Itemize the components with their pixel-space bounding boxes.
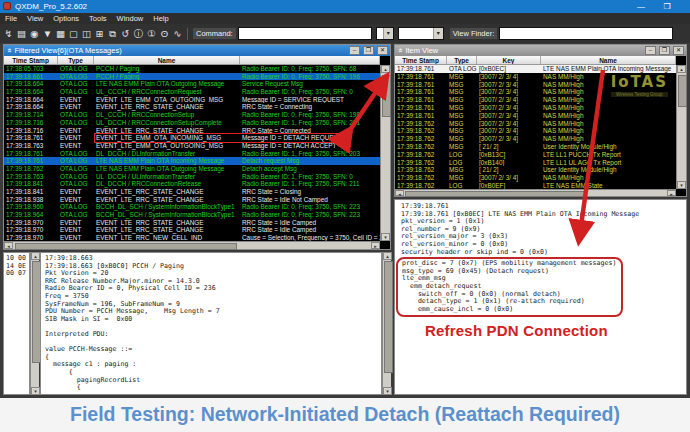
log-row[interactable]: 17:39:18.964OTA LOGBCCH_DL_SCH / SystemI… (4, 211, 380, 219)
log-row[interactable]: 17:39:18.664EVENTEVENT_LTE_EMM_OTA_OUTGO… (4, 96, 380, 104)
menu-item-help[interactable]: Help (153, 13, 168, 24)
log-row[interactable]: 17:39:18.664OTA LOGUL_CCCH / RRCConnecti… (4, 88, 380, 96)
scroll-down-icon[interactable]: ▾ (677, 181, 686, 189)
scroll-up-icon[interactable]: ▴ (677, 65, 686, 73)
menu-item-view[interactable]: View (27, 13, 43, 24)
scroll-thumb[interactable] (405, 191, 587, 197)
scroll-thumb[interactable] (678, 75, 687, 107)
filter-icon[interactable]: ▼ (41, 27, 54, 41)
item-row[interactable]: 17:39:18.762MSG[3007/ 2/ 3/ 4]NAS MM/Hig… (395, 174, 676, 182)
play-icon[interactable]: ◉ (28, 27, 41, 41)
minimize-button[interactable]: — (632, 0, 650, 13)
log-row[interactable]: 17:39:18.664OTA LOGLTE NAS EMM Plain OTA… (4, 80, 380, 88)
log-row[interactable]: 17:39:18.960OTA LOGBCCH_DL_SCH / SystemI… (4, 203, 380, 211)
log-row[interactable]: 17:39:18.761OTA LOGLTE NAS EMM Plain OTA… (4, 157, 380, 165)
column-header[interactable]: Name (94, 56, 240, 64)
connect-icon[interactable]: ↯ (2, 27, 15, 41)
item-view-titlebar[interactable]: «Item View – ❒ ✕ (395, 45, 686, 56)
panel-close-button[interactable]: ✕ (377, 46, 388, 55)
item-row[interactable]: 17:39:18.762LOG[0xB140]LTE LL1 UL AGC Tx… (395, 159, 676, 167)
scroll-down-icon[interactable]: ▾ (383, 387, 392, 395)
save-icon[interactable]: ▦ (54, 27, 67, 41)
scroll-thumb[interactable] (384, 261, 393, 373)
column-header[interactable]: Key (477, 56, 541, 64)
item-row[interactable]: 17:39:18.761MSG[3007/ 2/ 3/ 4]NAS MM/Hig… (395, 112, 676, 120)
filtered-vertical-scrollbar[interactable]: ▴ ▾ (380, 65, 390, 241)
menu-item-file[interactable]: File (5, 13, 17, 24)
panel-minimize-button[interactable]: – (645, 46, 656, 55)
scroll-left-icon[interactable]: ◂ (4, 242, 13, 249)
maximize-button[interactable]: ❒ (658, 0, 676, 13)
item-row[interactable]: 17:39:18.762LOG[0xB13C]LTE LL1 PUCCH Tx … (395, 151, 676, 159)
collapse-icon[interactable]: « (395, 48, 406, 52)
signal-icon[interactable]: ∿ (171, 27, 184, 41)
scroll-thumb[interactable] (382, 75, 391, 117)
item-row[interactable]: 17:39:18.761MSG[3007/ 2/ 3/ 4]NAS MM/Hig… (395, 81, 676, 89)
reset-icon[interactable]: ↺ (119, 27, 132, 41)
scroll-left-icon[interactable]: ◂ (395, 190, 404, 196)
item-row[interactable]: 17:39:18.761MSG[3007/ 2/ 3/ 4]NAS MM/Hig… (395, 73, 676, 81)
log-row[interactable]: 17:39:18.970EVENTEVENT_LTE_RRC_STATE_CHA… (4, 219, 380, 227)
itemview-vertical-scrollbar[interactable]: ▴ ▾ (676, 65, 686, 189)
item-row[interactable]: 17:39:18.762MSG[ 21/ 2]User Identity Mod… (395, 166, 676, 174)
toolbar-combo-2[interactable]: ▾ (398, 27, 444, 40)
column-header[interactable]: Type (58, 56, 94, 64)
item-row[interactable]: 17:39:18.761MSG[3007/ 2/ 3/ 4]NAS MM/Hig… (395, 88, 676, 96)
item-row[interactable]: 17:39:18.762MSG[3007/ 2/ 3/ 4]NAS MM/Hig… (395, 127, 676, 135)
itemview-horizontal-scrollbar[interactable]: ◂ ▸ (395, 189, 676, 196)
filtered-horizontal-scrollbar[interactable]: ◂ ▸ (4, 241, 380, 249)
column-header[interactable] (240, 56, 380, 64)
panel-close-button[interactable]: ✕ (673, 46, 684, 55)
layers-icon[interactable]: ⧉ (106, 27, 119, 41)
filtered-view-titlebar[interactable]: «Filtered View[6](OTA Messages) – ❒ ✕ (4, 45, 390, 56)
view-finder-input[interactable] (499, 27, 673, 40)
log-row[interactable]: 17:39:18.763EVENTEVENT_LTE_EMM_OTA_OUTGO… (4, 142, 380, 150)
scroll-right-icon[interactable]: ▸ (371, 242, 380, 249)
scroll-right-icon[interactable]: ▸ (667, 190, 676, 196)
new-window-icon[interactable]: ▢ (67, 27, 80, 41)
panel-minimize-button[interactable]: – (349, 46, 360, 55)
scroll-thumb[interactable] (15, 243, 237, 250)
item-row[interactable]: 17:39:18.761MSG[3007/ 2/ 3/ 4]NAS MM/Hig… (395, 96, 676, 104)
panel-maximize-button[interactable]: ❒ (363, 46, 374, 55)
menu-item-options[interactable]: Options (53, 13, 79, 24)
item-row[interactable]: 17:39:18.762MSG[ 21/ 2]User Identity Mod… (395, 143, 676, 151)
menu-item-tools[interactable]: Tools (89, 13, 107, 24)
log-row[interactable]: 17:39:18.664EVENTEVENT_LTE_RRC_STATE_CHA… (4, 103, 380, 111)
log-row[interactable]: 17:39:18.661OTA LOGPCCH / PagingRadio Be… (4, 73, 380, 81)
menu-item-window[interactable]: Window (117, 13, 144, 24)
command-input[interactable] (238, 27, 372, 40)
paging-scrollbar[interactable]: ▴ ▾ (382, 252, 391, 395)
log-row[interactable]: 17:39:18.716EVENTEVENT_LTE_RRC_STATE_CHA… (4, 127, 380, 135)
about-icon[interactable]: ① (145, 27, 158, 41)
log-row[interactable]: 17:39:18.938EVENTEVENT_LTE_RRC_STATE_CHA… (4, 196, 380, 204)
scroll-up-icon[interactable]: ▴ (383, 252, 392, 260)
scroll-down-icon[interactable]: ▾ (31, 387, 40, 395)
item-row[interactable]: 17:39:18.762MSG[3007/ 2/ 3/ 4]NAS MM/Hig… (395, 120, 676, 128)
hex-scrollbar[interactable]: ▴ ▾ (30, 252, 39, 395)
item-row[interactable]: 17:39:18.762MSG[3007/ 2/ 3/ 4]NAS MM/Hig… (395, 135, 676, 143)
column-header[interactable]: Name (541, 56, 676, 64)
log-row[interactable]: 17:39:18.761EVENTEVENT_LTE_EMM_OTA_INCOM… (4, 134, 380, 142)
log-row[interactable]: 17:39:18.970EVENTEVENT_LTE_RRC_NEW_CELL_… (4, 234, 380, 241)
column-header[interactable]: Time Stamp (4, 56, 58, 64)
log-row[interactable]: 17:39:18.841OTA LOGDL_DCCH / RRCConnecti… (4, 180, 380, 188)
add-view-icon[interactable]: ⊞ (93, 27, 106, 41)
item-row[interactable]: 17:39:18.761MSG[3007/ 2/ 3/ 4]NAS MM/Hig… (395, 104, 676, 112)
scroll-up-icon[interactable]: ▴ (31, 252, 40, 260)
power-icon[interactable]: ʘ (158, 27, 171, 41)
log-row[interactable]: 17:39:18.714OTA LOGDL_CCCH / RRCConnecti… (4, 111, 380, 119)
panel-maximize-button[interactable]: ❒ (659, 46, 670, 55)
log-row[interactable]: 17:39:18.970EVENTEVENT_LTE_RRC_STATE_CHA… (4, 226, 380, 234)
column-header[interactable]: Time Stamp (395, 56, 447, 64)
collapse-icon[interactable]: « (4, 48, 15, 52)
log-row[interactable]: 17:38:05.703OTA LOGPCCH / PagingRadio Be… (4, 65, 380, 73)
open-folder-icon[interactable]: ▤ (15, 27, 28, 41)
item-row[interactable]: 17:39:18.761OTA LOG[0xB0EC]LTE NAS EMM P… (395, 65, 676, 73)
log-row[interactable]: 17:39:18.716OTA LOGUL_DCCH / RRCConnecti… (4, 119, 380, 127)
toolbar-combo-1[interactable]: ▾ (376, 27, 394, 40)
split-view-icon[interactable]: ◫ (80, 27, 93, 41)
log-row[interactable]: 17:39:18.763OTA LOGUL_DCCH / ULInformati… (4, 173, 380, 181)
log-row[interactable]: 17:39:18.841EVENTEVENT_LTE_RRC_STATE_CHA… (4, 188, 380, 196)
item-row[interactable]: 17:39:18.762LOG[0xB0EF]LTE NAS EMM State (395, 182, 676, 189)
